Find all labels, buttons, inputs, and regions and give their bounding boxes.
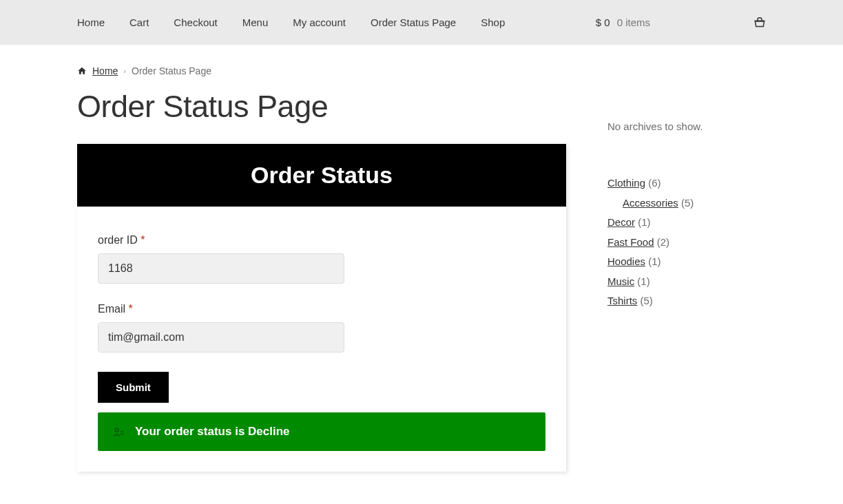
- nav-cart[interactable]: Cart: [129, 17, 149, 28]
- category-item: Hoodies (1): [607, 252, 766, 272]
- category-list: Clothing (6) Accessories (5) Decor (1) F…: [607, 174, 766, 311]
- category-item: Accessories (5): [623, 193, 766, 213]
- category-item: Fast Food (2): [607, 233, 766, 253]
- category-link-clothing[interactable]: Clothing: [607, 177, 645, 189]
- category-count: (1): [648, 255, 660, 267]
- nav-shop[interactable]: Shop: [481, 17, 505, 28]
- status-message: Your order status is Decline: [135, 425, 290, 439]
- status-icon: [112, 425, 125, 439]
- nav-checkout[interactable]: Checkout: [174, 17, 217, 28]
- category-count: (1): [637, 275, 649, 287]
- card-header: Order Status: [77, 144, 566, 207]
- primary-nav: Home Cart Checkout Menu My account Order…: [77, 17, 596, 28]
- svg-rect-0: [756, 21, 764, 22]
- category-link-decor[interactable]: Decor: [607, 216, 635, 228]
- sidebar: No archives to show. Clothing (6) Access…: [607, 65, 766, 485]
- order-id-label: order ID *: [98, 234, 545, 246]
- archives-text: No archives to show.: [607, 120, 766, 132]
- svg-point-1: [115, 428, 118, 432]
- submit-button[interactable]: Submit: [98, 372, 169, 403]
- email-label: Email *: [98, 303, 545, 315]
- category-link-music[interactable]: Music: [607, 275, 634, 287]
- category-count: (6): [648, 177, 660, 189]
- breadcrumb: Home › Order Status Page: [77, 65, 566, 76]
- category-count: (1): [638, 216, 650, 228]
- category-count: (5): [681, 197, 694, 209]
- nav-my-account[interactable]: My account: [293, 17, 346, 28]
- category-count: (2): [657, 236, 669, 248]
- category-item: Tshirts (5): [607, 291, 766, 311]
- page-title: Order Status Page: [77, 89, 566, 125]
- chevron-right-icon: ›: [123, 67, 126, 75]
- category-link-tshirts[interactable]: Tshirts: [607, 295, 637, 306]
- cart-summary[interactable]: $ 0 0 items: [596, 17, 766, 28]
- category-item: Decor (1): [607, 213, 766, 233]
- breadcrumb-home-link[interactable]: Home: [92, 65, 118, 76]
- cart-total: $ 0: [596, 17, 610, 28]
- cart-item-count: 0 items: [617, 17, 650, 28]
- category-count: (5): [641, 295, 653, 306]
- order-status-card: Order Status order ID * Email * Submit: [77, 144, 566, 472]
- breadcrumb-current: Order Status Page: [132, 65, 211, 76]
- nav-order-status[interactable]: Order Status Page: [371, 17, 456, 28]
- order-id-input[interactable]: [98, 253, 344, 284]
- category-item: Music (1): [607, 272, 766, 292]
- home-icon: [77, 66, 87, 76]
- basket-icon: [753, 17, 766, 28]
- status-banner: Your order status is Decline: [98, 412, 545, 451]
- nav-menu[interactable]: Menu: [242, 17, 269, 28]
- category-item: Clothing (6) Accessories (5): [607, 174, 766, 213]
- top-navigation-bar: Home Cart Checkout Menu My account Order…: [0, 0, 843, 45]
- category-link-fast-food[interactable]: Fast Food: [607, 236, 654, 248]
- email-input[interactable]: [98, 322, 344, 353]
- category-link-hoodies[interactable]: Hoodies: [607, 255, 645, 267]
- category-link-accessories[interactable]: Accessories: [623, 197, 678, 209]
- nav-home[interactable]: Home: [77, 17, 105, 28]
